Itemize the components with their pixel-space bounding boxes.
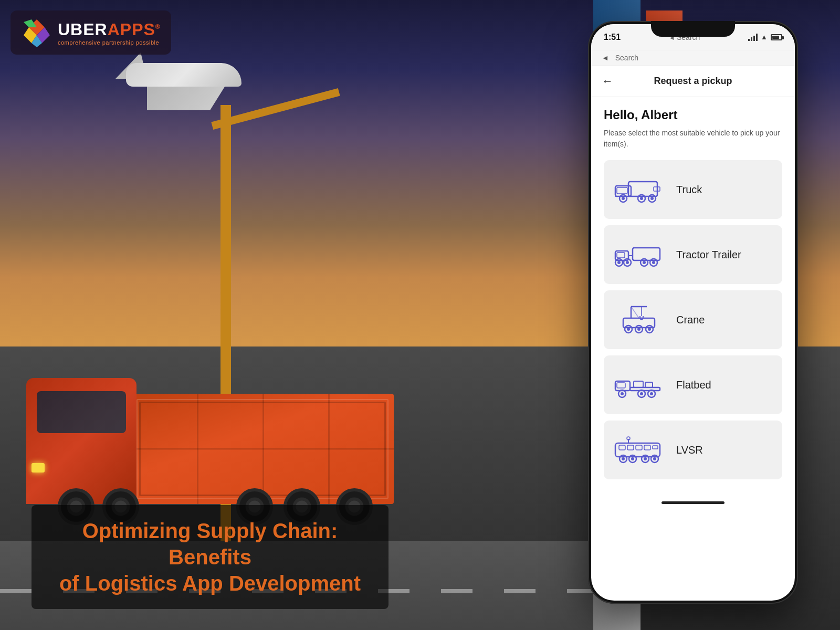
greeting-text: Hello, Albert	[604, 108, 782, 122]
crane-icon	[613, 301, 665, 338]
truck-icon-box	[610, 169, 668, 211]
lvsr-icon-box	[610, 429, 668, 471]
main-heading: Optimizing Supply Chain: Benefits of Log…	[47, 518, 373, 596]
svg-rect-19	[633, 248, 660, 260]
battery-icon	[771, 34, 782, 40]
svg-point-35	[637, 328, 640, 331]
logo-area: UBERAPPS® comprehensive partnership poss…	[10, 10, 171, 55]
svg-point-23	[626, 261, 629, 264]
svg-rect-55	[653, 446, 658, 449]
svg-point-61	[644, 457, 647, 460]
svg-point-45	[621, 392, 624, 395]
signal-icon	[748, 34, 758, 41]
svg-rect-54	[644, 445, 650, 450]
tractor-trailer-label: Tractor Trailer	[676, 249, 741, 261]
svg-point-59	[631, 457, 634, 460]
svg-rect-7	[617, 187, 627, 194]
svg-point-21	[617, 261, 621, 264]
svg-point-11	[640, 197, 643, 200]
svg-rect-5	[628, 182, 657, 196]
status-time: 1:51	[604, 33, 621, 42]
svg-point-33	[627, 328, 630, 331]
page-title: Request a pickup	[654, 76, 732, 87]
vehicle-item-tractor-trailer[interactable]: Tractor Trailer	[604, 225, 782, 284]
vehicle-item-lvsr[interactable]: LVSR	[604, 421, 782, 479]
phone-mockup: 1:51 Search ▲ ◄ Search ← Request a picku…	[588, 21, 798, 604]
svg-rect-53	[636, 445, 642, 450]
svg-rect-52	[627, 445, 634, 450]
svg-point-63	[653, 457, 656, 460]
bottom-heading-area: Optimizing Supply Chain: Benefits of Log…	[32, 505, 388, 609]
app-content: Hello, Albert Please select the most sui…	[591, 97, 795, 496]
logo-text: UBERAPPS® comprehensive partnership poss…	[58, 20, 161, 46]
lvsr-icon	[613, 432, 665, 468]
flatbed-label: Flatbed	[676, 379, 711, 391]
search-bar: ◄ Search	[591, 50, 795, 66]
logo-icon	[21, 17, 52, 48]
svg-point-13	[650, 197, 654, 200]
vehicle-item-crane[interactable]: Crane	[604, 290, 782, 349]
tractor-trailer-icon-box	[610, 234, 668, 276]
back-arrow-search: ◄	[602, 54, 609, 62]
search-label: Search	[615, 54, 638, 62]
svg-line-38	[631, 307, 639, 318]
svg-point-9	[622, 197, 625, 200]
svg-point-47	[640, 392, 643, 395]
logo-name: UBERAPPS®	[58, 20, 161, 39]
truck-label: Truck	[676, 184, 702, 196]
svg-rect-17	[617, 253, 625, 258]
svg-rect-43	[645, 382, 653, 387]
lvsr-label: LVSR	[676, 444, 703, 456]
truck-icon	[613, 171, 665, 208]
flatbed-icon	[613, 366, 665, 403]
svg-point-49	[650, 392, 653, 395]
wifi-icon: ▲	[761, 33, 768, 41]
tractor-trailer-icon	[613, 236, 665, 273]
svg-point-37	[648, 328, 651, 331]
flatbed-icon-box	[610, 364, 668, 406]
svg-rect-40	[617, 383, 625, 388]
back-button[interactable]: ←	[602, 75, 613, 88]
phone-notch	[651, 21, 735, 37]
vehicle-list: Truck	[604, 160, 782, 486]
svg-point-27	[652, 261, 655, 264]
truck-illustration	[26, 284, 420, 536]
svg-rect-42	[634, 381, 643, 387]
phone-screen: 1:51 Search ▲ ◄ Search ← Request a picku…	[591, 24, 795, 601]
svg-rect-51	[619, 445, 625, 450]
logo-tagline: comprehensive partnership possible	[58, 39, 161, 46]
vehicle-item-truck[interactable]: Truck	[604, 160, 782, 219]
status-icons: ▲	[748, 33, 782, 41]
subtitle-text: Please select the most suitable vehicle …	[604, 128, 782, 150]
app-header: ← Request a pickup	[591, 66, 795, 97]
svg-point-57	[622, 457, 625, 460]
crane-icon-box	[610, 299, 668, 341]
home-indicator	[662, 501, 724, 504]
vehicle-item-flatbed[interactable]: Flatbed	[604, 355, 782, 414]
crane-label: Crane	[676, 314, 705, 326]
svg-point-25	[643, 261, 646, 264]
